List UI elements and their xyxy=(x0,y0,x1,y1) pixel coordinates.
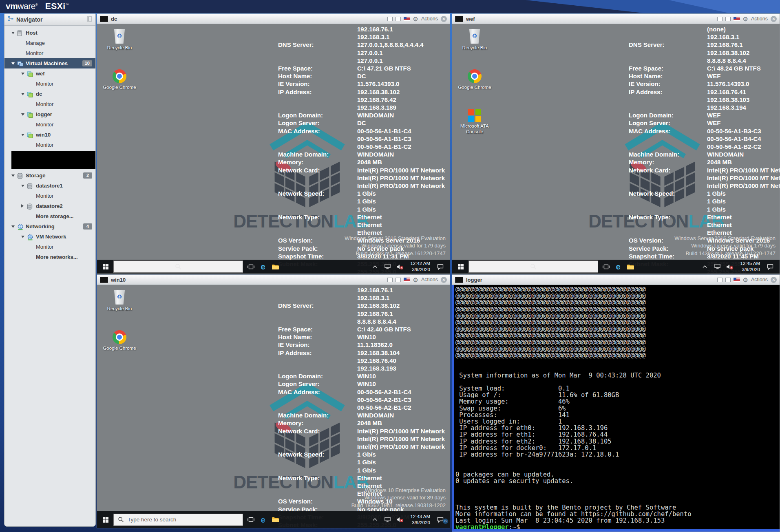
caret-down-icon[interactable] xyxy=(21,236,24,238)
vm-screen-wef[interactable]: Recycle BinGoogle ChromeMicrosoft ATA Co… xyxy=(452,24,780,274)
ie-icon[interactable]: e xyxy=(612,260,624,274)
sidebar-item-monitor[interactable]: Monitor xyxy=(4,191,95,201)
sidebar-item-virtual-machines[interactable]: Virtual Machines10 xyxy=(4,58,95,68)
start-icon[interactable] xyxy=(455,260,467,274)
caret-down-icon[interactable] xyxy=(11,62,15,65)
desktop-icon-microsoft-ata-console[interactable]: Microsoft ATA Console xyxy=(457,109,492,134)
caret-down-icon[interactable] xyxy=(21,93,24,95)
desktop-icon-google-chrome[interactable]: Google Chrome xyxy=(102,69,137,90)
folder-icon[interactable] xyxy=(269,260,281,274)
sidebar-item-monitor[interactable]: Monitor xyxy=(4,140,95,150)
network-icon[interactable] xyxy=(381,264,393,269)
task-view-icon[interactable] xyxy=(245,260,257,274)
volume-muted-icon[interactable] xyxy=(394,517,406,523)
start-icon[interactable] xyxy=(99,260,112,274)
vm-screen-logger[interactable]: @@@@@@@@@@@@@@@@@@@@@@@@@@@@@@@@@@@@@@@@… xyxy=(452,285,780,532)
sidebar-item-monitor[interactable]: Monitor xyxy=(4,99,95,109)
edge-icon[interactable]: e xyxy=(257,511,269,528)
sidebar-item-datastore2[interactable]: datastore2 xyxy=(4,201,95,211)
notification-icon[interactable]: 6 xyxy=(434,517,446,523)
sidebar-item-more-storage[interactable]: More storage... xyxy=(4,211,95,221)
start-icon[interactable] xyxy=(99,511,112,528)
desktop-icon-recycle-bin[interactable]: Recycle Bin xyxy=(457,29,492,51)
sidebar-item-monitor[interactable]: Monitor xyxy=(4,242,95,252)
sidebar-item-datastore1[interactable]: datastore1 xyxy=(4,181,95,191)
panel-header-logger[interactable]: logger ⚙ Actions ✕ xyxy=(452,275,780,285)
volume-muted-icon[interactable] xyxy=(394,264,406,270)
panel-header-win10[interactable]: win10 ⚙ Actions ✕ xyxy=(97,275,450,285)
restore-pane-icon[interactable] xyxy=(717,17,723,21)
task-view-icon[interactable] xyxy=(245,511,257,528)
folder-icon[interactable] xyxy=(269,511,281,528)
sidebar-item-win10[interactable]: win10 xyxy=(4,130,95,140)
maximize-pane-icon[interactable] xyxy=(396,278,401,282)
caret-down-icon[interactable] xyxy=(21,73,24,75)
sidebar-item-storage[interactable]: Storage2 xyxy=(4,170,95,181)
chevron-up-icon[interactable] xyxy=(698,265,711,269)
desktop-icon-recycle-bin[interactable]: Recycle Bin xyxy=(102,29,137,51)
actions-menu[interactable]: Actions xyxy=(421,16,438,22)
actions-menu[interactable]: Actions xyxy=(751,16,768,22)
actions-menu[interactable]: Actions xyxy=(421,277,438,283)
caret-down-icon[interactable] xyxy=(21,134,24,136)
desktop-icon-google-chrome[interactable]: Google Chrome xyxy=(457,69,492,90)
sidebar-item-logger[interactable]: logger xyxy=(4,109,95,119)
panel-header-dc[interactable]: dc ⚙ Actions ✕ xyxy=(97,14,450,24)
volume-muted-icon[interactable] xyxy=(724,264,736,270)
bginfo-row: Machine Domain:WINDOMAIN xyxy=(278,411,450,419)
vm-screen-win10[interactable]: Recycle BinGoogle ChromeDETECTIONLAB192.… xyxy=(97,285,450,528)
settings-gear-icon[interactable]: ⚙ xyxy=(743,16,748,22)
panel-header-wef[interactable]: wef ⚙ Actions ✕ xyxy=(452,14,780,24)
close-icon[interactable]: ✕ xyxy=(441,277,447,283)
settings-gear-icon[interactable]: ⚙ xyxy=(743,277,748,283)
maximize-pane-icon[interactable] xyxy=(725,17,731,21)
chevron-up-icon[interactable] xyxy=(369,518,381,521)
task-view-icon[interactable] xyxy=(600,260,612,274)
folder-icon[interactable] xyxy=(624,260,636,274)
restore-pane-icon[interactable] xyxy=(717,278,723,282)
actions-menu[interactable]: Actions xyxy=(751,277,768,283)
taskbar-search-input[interactable]: Type here to search xyxy=(113,514,243,526)
keyboard-layout-flag-icon[interactable] xyxy=(404,17,410,21)
maximize-pane-icon[interactable] xyxy=(396,17,401,21)
sidebar-item-vm-network[interactable]: VM Network xyxy=(4,232,95,242)
maximize-pane-icon[interactable] xyxy=(725,278,731,282)
sidebar-item-monitor[interactable]: Monitor xyxy=(4,119,95,130)
close-icon[interactable]: ✕ xyxy=(771,277,777,283)
keyboard-layout-flag-icon[interactable] xyxy=(404,278,410,282)
sidebar-item-wef[interactable]: wef xyxy=(4,68,95,79)
keyboard-layout-flag-icon[interactable] xyxy=(734,17,740,21)
search-icon[interactable] xyxy=(113,260,243,273)
network-icon[interactable] xyxy=(381,517,393,523)
sidebar-item-dc[interactable]: dc xyxy=(4,89,95,99)
caret-down-icon[interactable] xyxy=(11,225,15,228)
caret-down-icon[interactable] xyxy=(11,32,15,34)
pin-panel-icon[interactable] xyxy=(87,16,92,23)
notification-icon[interactable] xyxy=(434,264,446,270)
notification-icon[interactable] xyxy=(764,264,776,270)
vm-screen-dc[interactable]: Recycle BinGoogle ChromeDETECTIONLAB192.… xyxy=(97,24,450,274)
settings-gear-icon[interactable]: ⚙ xyxy=(413,277,418,283)
close-icon[interactable]: ✕ xyxy=(441,16,447,22)
keyboard-layout-flag-icon[interactable] xyxy=(734,278,740,282)
sidebar-item-more-networks[interactable]: More networks... xyxy=(4,252,95,262)
caret-right-icon[interactable] xyxy=(21,204,24,208)
chevron-up-icon[interactable] xyxy=(369,265,381,269)
restore-pane-icon[interactable] xyxy=(387,278,393,282)
caret-down-icon[interactable] xyxy=(21,113,24,116)
sidebar-item-monitor[interactable]: Monitor xyxy=(4,79,95,89)
sidebar-item-monitor[interactable]: Monitor xyxy=(4,48,95,58)
desktop-icon-google-chrome[interactable]: Google Chrome xyxy=(102,330,137,351)
ie-icon[interactable]: e xyxy=(257,260,269,274)
sidebar-item-manage[interactable]: Manage xyxy=(4,38,95,48)
close-icon[interactable]: ✕ xyxy=(771,16,777,22)
sidebar-item-networking[interactable]: Networking4 xyxy=(4,221,95,232)
restore-pane-icon[interactable] xyxy=(387,17,393,21)
caret-down-icon[interactable] xyxy=(21,185,24,187)
search-icon[interactable] xyxy=(468,260,598,273)
network-icon[interactable] xyxy=(711,264,723,269)
settings-gear-icon[interactable]: ⚙ xyxy=(413,16,418,22)
caret-down-icon[interactable] xyxy=(11,174,15,177)
desktop-icon-recycle-bin[interactable]: Recycle Bin xyxy=(102,290,137,311)
sidebar-item-host[interactable]: Host xyxy=(4,28,95,38)
